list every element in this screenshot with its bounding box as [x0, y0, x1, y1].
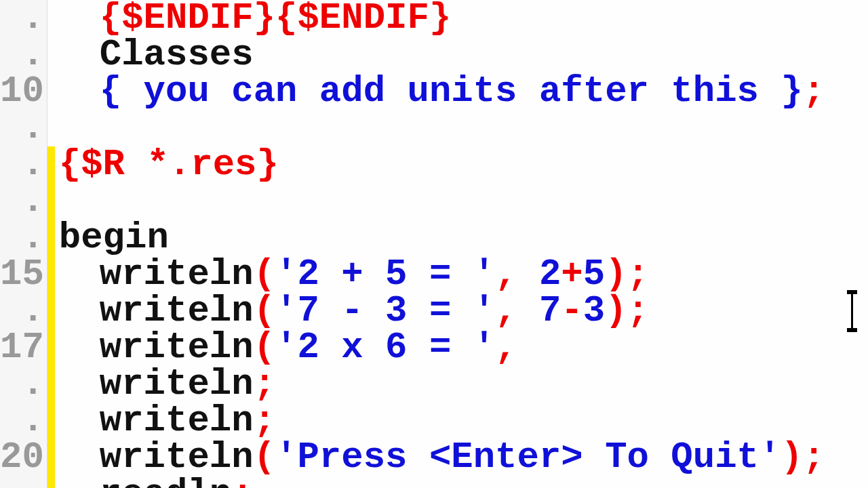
code-line-blank[interactable]	[55, 183, 868, 220]
keyword-begin: begin	[59, 217, 169, 258]
identifier: writeln	[100, 400, 254, 441]
punct-comma: ,	[495, 327, 517, 368]
punct-paren: (	[254, 253, 275, 295]
number: 7	[539, 290, 561, 331]
text-caret	[851, 293, 853, 329]
punct-semicolon: ;	[231, 473, 253, 488]
modified-marker	[47, 476, 55, 488]
number: 3	[583, 290, 605, 331]
identifier: readln	[100, 473, 231, 488]
modified-marker	[47, 366, 55, 403]
modified-marker	[47, 439, 55, 476]
number: 2	[539, 253, 561, 295]
modified-marker	[47, 220, 55, 256]
identifier: writeln	[100, 290, 254, 331]
operator: -	[561, 290, 583, 331]
string: '2 + 5 = '	[275, 253, 495, 295]
code-editor: . . 10 . . . . 15 . 17 . . 20 . {$ENDIF}…	[0, 0, 868, 488]
code-line[interactable]: {$ENDIF}{$ENDIF}	[55, 0, 868, 37]
modified-marker	[47, 256, 55, 293]
code-line[interactable]: writeln;	[55, 366, 868, 403]
code-line[interactable]: writeln;	[55, 403, 868, 439]
comment: { you can add units after this }	[100, 70, 803, 112]
code-line[interactable]: writeln('2 x 6 = ',	[55, 329, 868, 366]
identifier: writeln	[100, 363, 254, 405]
modified-marker	[47, 146, 55, 183]
punct-semicolon: ;	[803, 436, 825, 478]
code-line[interactable]: writeln('2 + 5 = ', 2+5);	[55, 256, 868, 293]
directive: {$R *.res}	[59, 144, 279, 185]
modification-strip	[47, 0, 55, 488]
identifier: Classes	[100, 34, 254, 75]
punct-semicolon: ;	[254, 363, 275, 405]
code-line[interactable]: writeln('7 - 3 = ', 7-3);	[55, 293, 868, 329]
punct-paren: )	[605, 290, 627, 331]
gutter-dot: .	[0, 293, 47, 329]
punct-comma: ,	[495, 290, 539, 331]
punct-semicolon: ;	[803, 70, 825, 112]
string: '2 x 6 = '	[275, 327, 495, 368]
punct-paren: )	[781, 436, 802, 478]
identifier: writeln	[100, 436, 254, 478]
gutter-lineno-20: 20	[0, 439, 47, 476]
gutter-lineno-17: 17	[0, 329, 47, 366]
gutter-dot: .	[0, 403, 47, 439]
string: '7 - 3 = '	[275, 290, 495, 331]
gutter-dot: .	[0, 37, 47, 73]
gutter-lineno-15: 15	[0, 256, 47, 293]
code-line[interactable]: {$R *.res}	[55, 146, 868, 183]
modified-marker	[47, 183, 55, 220]
string: 'Press <Enter> To Quit'	[275, 436, 781, 478]
code-area[interactable]: {$ENDIF}{$ENDIF} Classes { you can add u…	[55, 0, 868, 488]
operator: +	[561, 253, 583, 295]
modified-marker	[47, 293, 55, 329]
number: 5	[583, 253, 605, 295]
directive: {$ENDIF}{$ENDIF}	[100, 0, 451, 39]
code-line[interactable]: { you can add units after this };	[55, 73, 868, 110]
gutter-lineno-10: 10	[0, 73, 47, 110]
punct-semicolon: ;	[254, 400, 275, 441]
code-line[interactable]: Classes	[55, 37, 868, 73]
code-line-blank[interactable]	[55, 110, 868, 146]
punct-comma: ,	[495, 253, 539, 295]
identifier: writeln	[100, 327, 254, 368]
code-line[interactable]: begin	[55, 220, 868, 256]
punct-semicolon: ;	[627, 253, 649, 295]
punct-paren: )	[605, 253, 627, 295]
modified-marker	[47, 403, 55, 439]
punct-paren: (	[254, 327, 275, 368]
gutter-dot: .	[0, 110, 47, 146]
modified-marker	[47, 329, 55, 366]
code-line[interactable]: writeln('Press <Enter> To Quit');	[55, 439, 868, 476]
punct-paren: (	[254, 436, 275, 478]
gutter: . . 10 . . . . 15 . 17 . . 20 .	[0, 0, 47, 488]
gutter-dot: .	[0, 220, 47, 256]
gutter-dot: .	[0, 366, 47, 403]
punct-semicolon: ;	[627, 290, 649, 331]
gutter-dot: .	[0, 0, 47, 37]
identifier: writeln	[100, 253, 254, 295]
punct-paren: (	[254, 290, 275, 331]
gutter-dot: .	[0, 183, 47, 220]
gutter-dot: .	[0, 146, 47, 183]
